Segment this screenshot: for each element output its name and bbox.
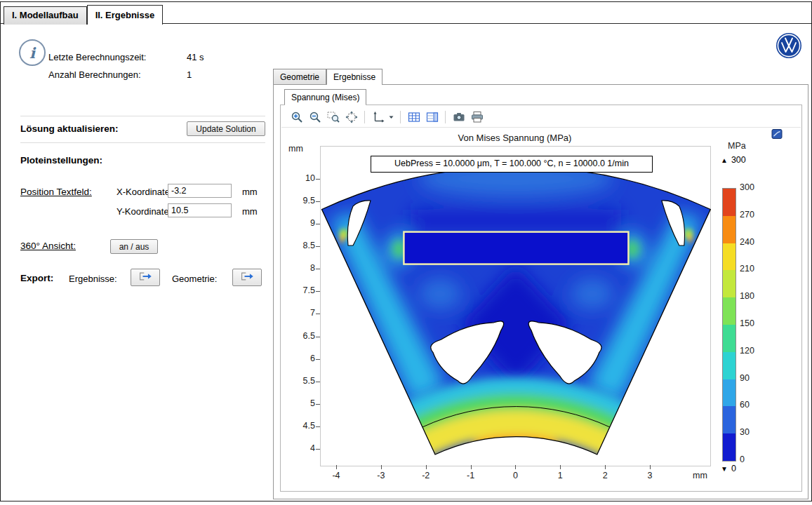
y-coordinate-unit: mm: [242, 206, 258, 217]
main-tab-strip: I. Modellaufbau II. Ergebnisse: [4, 5, 163, 25]
zoom-box-icon: [327, 111, 340, 123]
computation-time-value: 41 s: [187, 52, 204, 62]
view-360-label: 360° Ansicht:: [20, 241, 76, 251]
toolbar-snapshot-button[interactable]: [451, 109, 467, 126]
colorbar: [722, 188, 736, 462]
stress-surface-plot: [321, 147, 710, 466]
toolbar-zoom-out-button[interactable]: [307, 109, 323, 126]
zoom-out-icon: [309, 111, 321, 123]
x-axis-unit: mm: [693, 471, 707, 480]
plot-canvas[interactable]: UebPress = 10.0000 μm, T = 100.000 °C, n…: [320, 146, 711, 466]
colorbar-min-value: 0: [731, 464, 736, 473]
toolbar-separator: [445, 111, 446, 123]
app-window: I. Modellaufbau II. Ergebnisse Letzte Be…: [0, 1, 812, 501]
toolbar-go-to-view-button[interactable]: [370, 109, 386, 126]
plot-settings-heading: Ploteinstellungen:: [20, 155, 102, 166]
triangle-up-icon: ▲: [721, 156, 728, 164]
export-results-button[interactable]: [131, 269, 160, 286]
table-icon: [408, 111, 420, 123]
colorbar-max-value: 300: [731, 155, 746, 165]
go-to-view-caret[interactable]: [388, 109, 395, 126]
export-icon: [138, 274, 153, 283]
colorbar-unit: MPa: [728, 141, 746, 151]
computation-count-label: Anzahl Berechnungen:: [48, 69, 141, 80]
colorbar-segment: [723, 379, 736, 407]
colorbar-segment: [723, 352, 736, 379]
export-results-label: Ergebnisse:: [69, 274, 117, 284]
update-solution-label: Lösung aktualisieren:: [20, 123, 119, 134]
position-textfield-label: Position Textfeld:: [20, 187, 92, 197]
section-divider: [20, 116, 265, 116]
legend-icon: [426, 111, 439, 123]
colorbar-min-marker: ▼0: [721, 464, 736, 473]
tab-modellaufbau[interactable]: I. Modellaufbau: [4, 6, 87, 25]
x-coordinate-unit: mm: [242, 187, 258, 197]
export-geometry-label: Geometrie:: [172, 274, 217, 284]
plot-window-icon[interactable]: [771, 128, 783, 140]
colorbar-segment: [723, 189, 736, 216]
x-coordinate-label: X-Koordinate:: [117, 187, 173, 197]
magnet: [404, 232, 628, 264]
colorbar-segment: [723, 297, 736, 325]
toolbar-table-button[interactable]: [406, 109, 422, 126]
toolbar-separator: [364, 111, 365, 123]
y-coordinate-input[interactable]: [168, 203, 232, 217]
computation-time-label: Letzte Berechnungszeit:: [48, 52, 146, 62]
view-tab-strip: Geometrie Ergebnisse: [273, 69, 382, 84]
colorbar-segment: [723, 270, 736, 297]
plot-toolbar: [288, 108, 485, 126]
export-geometry-button[interactable]: [232, 269, 262, 286]
snapshot-icon: [453, 111, 465, 123]
toolbar-zoom-extents-button[interactable]: [343, 109, 359, 126]
tab-ergebnisse[interactable]: II. Ergebnisse: [87, 5, 164, 25]
toolbar-zoom-in-button[interactable]: [288, 109, 305, 126]
update-solution-button[interactable]: Update Solution: [187, 121, 265, 136]
plot-annotation: UebPress = 10.0000 μm, T = 100.000 °C, n…: [371, 156, 653, 173]
colorbar-segment: [723, 406, 736, 433]
stress-field: [272, 154, 760, 505]
print-icon: [471, 111, 484, 123]
colorbar-segment: [723, 325, 736, 352]
tab-spannung-mises[interactable]: Spannung (Mises): [284, 89, 366, 105]
triangle-down-icon: ▼: [721, 465, 728, 473]
y-coordinate-label: Y-Koordinate:: [117, 206, 171, 217]
zoom-extents-icon: [345, 111, 358, 123]
tab-ergebnisse-view[interactable]: Ergebnisse: [326, 69, 382, 84]
plot-title: Von Mises Spannung (MPa): [320, 133, 710, 143]
zoom-in-icon: [291, 111, 303, 123]
toolbar-divider: [281, 127, 801, 128]
info-icon: [19, 39, 46, 66]
toolbar-legend-button[interactable]: [424, 109, 440, 126]
go-to-view-icon: [372, 111, 385, 123]
export-heading: Export:: [20, 273, 53, 283]
plot-tab-strip: Spannung (Mises): [284, 89, 366, 105]
computation-count-value: 1: [187, 69, 192, 80]
toolbar-separator: [400, 111, 401, 123]
section-divider: [20, 142, 265, 143]
toolbar-print-button[interactable]: [469, 109, 485, 126]
export-icon: [239, 274, 255, 283]
y-axis-unit: mm: [288, 144, 303, 154]
toolbar-zoom-box-button[interactable]: [325, 109, 341, 126]
colorbar-segment: [723, 243, 736, 271]
colorbar-max-marker: ▲300: [721, 155, 746, 165]
x-coordinate-input[interactable]: [168, 184, 232, 198]
colorbar-segment: [723, 216, 736, 243]
view-360-toggle-button[interactable]: an / aus: [110, 239, 158, 254]
tab-geometrie[interactable]: Geometrie: [273, 69, 326, 84]
vw-logo: [776, 32, 802, 59]
colorbar-segment: [723, 433, 736, 461]
